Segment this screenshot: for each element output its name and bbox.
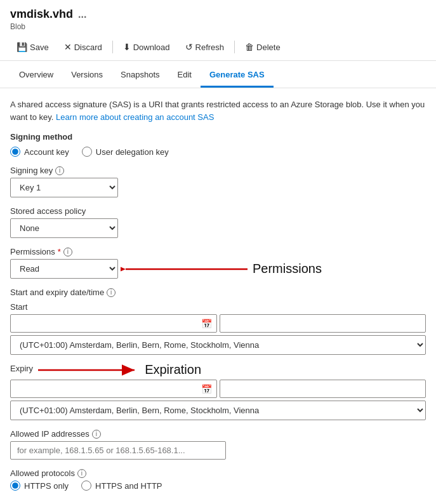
- allowed-ip-label: Allowed IP addresses i: [10, 429, 426, 439]
- learn-more-link[interactable]: Learn more about creating an account SAS: [56, 112, 214, 122]
- delete-button[interactable]: 🗑 Delete: [239, 39, 287, 55]
- discard-icon: ✕: [64, 42, 72, 52]
- permissions-arrow: [121, 262, 248, 277]
- page-title: vmdisk.vhd: [10, 8, 73, 21]
- allowed-ip-input[interactable]: [10, 441, 226, 460]
- start-calendar-icon[interactable]: 📅: [201, 319, 212, 329]
- sas-description: A shared access signature (SAS) is a URI…: [10, 98, 426, 123]
- permissions-required-star: *: [58, 247, 61, 256]
- page-subtitle: Blob: [10, 22, 426, 31]
- tab-bar: Overview Versions Snapshots Edit Generat…: [0, 63, 436, 88]
- https-only-label: HTTPS only: [24, 481, 69, 491]
- tab-overview[interactable]: Overview: [10, 63, 62, 88]
- expiry-timezone-select[interactable]: (UTC+01:00) Amsterdam, Berlin, Bern, Rom…: [10, 401, 426, 420]
- https-only-option[interactable]: HTTPS only: [10, 481, 69, 491]
- expiry-time-input[interactable]: 10:42:14 AM: [220, 380, 426, 398]
- tab-snapshots[interactable]: Snapshots: [112, 63, 168, 88]
- https-http-option[interactable]: HTTPS and HTTP: [81, 481, 162, 491]
- start-expiry-label: Start and expiry date/time i: [10, 288, 426, 297]
- signing-key-group: Signing key i Key 1 Key 2: [10, 166, 426, 197]
- https-http-label: HTTPS and HTTP: [95, 481, 162, 491]
- allowed-protocols-label: Allowed protocols i: [10, 468, 426, 478]
- allowed-protocols-info-icon: i: [77, 469, 86, 478]
- save-button[interactable]: 💾 Save: [10, 39, 55, 55]
- start-timezone-row: (UTC+01:00) Amsterdam, Berlin, Bern, Rom…: [10, 335, 426, 355]
- permissions-group: Permissions * i Read Write Delete List A…: [10, 247, 426, 279]
- permissions-select[interactable]: Read Write Delete List Add Create: [10, 259, 118, 279]
- start-time-wrap: 2:42:14 AM: [220, 314, 426, 333]
- start-date-wrap: 11/01/2023 📅: [10, 314, 217, 333]
- toolbar: 💾 Save ✕ Discard ⬇ Download ↺ Refresh 🗑 …: [0, 34, 436, 61]
- expiry-time-wrap: 10:42:14 AM: [220, 380, 426, 398]
- permissions-label: Permissions * i: [10, 247, 426, 256]
- download-icon: ⬇: [123, 42, 131, 52]
- expiry-date-wrap: 11/01/2023 📅: [10, 380, 217, 398]
- user-delegation-option[interactable]: User delegation key: [82, 147, 169, 157]
- protocols-radio-group: HTTPS only HTTPS and HTTP: [10, 481, 426, 491]
- refresh-button[interactable]: ↺ Refresh: [179, 39, 231, 55]
- expiry-datetime-row: 11/01/2023 📅 10:42:14 AM: [10, 380, 426, 398]
- delete-icon: 🗑: [245, 42, 254, 52]
- start-label: Start: [10, 302, 426, 312]
- stored-access-policy-group: Stored access policy None: [10, 206, 426, 238]
- main-content: A shared access signature (SAS) is a URI…: [0, 88, 436, 504]
- stored-access-policy-select[interactable]: None: [10, 218, 118, 238]
- expiry-arrow: [38, 364, 140, 376]
- https-only-radio[interactable]: [10, 481, 20, 491]
- tab-edit[interactable]: Edit: [169, 63, 201, 88]
- account-key-label: Account key: [24, 147, 69, 157]
- https-http-radio[interactable]: [81, 481, 91, 491]
- signing-method-radio-group: Account key User delegation key: [10, 147, 426, 157]
- expiry-date-input[interactable]: 11/01/2023: [10, 380, 217, 398]
- signing-method-label: Signing method: [10, 132, 426, 142]
- toolbar-divider-2: [234, 41, 235, 53]
- user-delegation-radio[interactable]: [82, 147, 92, 157]
- start-timezone-select[interactable]: (UTC+01:00) Amsterdam, Berlin, Bern, Rom…: [10, 335, 426, 355]
- account-key-option[interactable]: Account key: [10, 147, 69, 157]
- expiry-timezone-row: (UTC+01:00) Amsterdam, Berlin, Bern, Rom…: [10, 401, 426, 420]
- tab-generate-sas[interactable]: Generate SAS: [201, 63, 274, 88]
- signing-key-select[interactable]: Key 1 Key 2: [10, 178, 118, 197]
- start-datetime-row: 11/01/2023 📅 2:42:14 AM: [10, 314, 426, 333]
- expiry-annotation-text: Expiration: [145, 362, 201, 377]
- allowed-protocols-group: Allowed protocols i HTTPS only HTTPS and…: [10, 468, 426, 491]
- allowed-ip-info-icon: i: [92, 430, 101, 439]
- signing-method-group: Signing method Account key User delegati…: [10, 132, 426, 157]
- start-date-input[interactable]: 11/01/2023: [10, 314, 217, 333]
- ellipsis-menu[interactable]: ...: [78, 9, 86, 20]
- page-header: vmdisk.vhd ... Blob: [0, 0, 436, 34]
- allowed-ip-group: Allowed IP addresses i: [10, 429, 426, 460]
- signing-key-label: Signing key i: [10, 166, 426, 175]
- expiry-calendar-icon[interactable]: 📅: [201, 384, 212, 394]
- discard-button[interactable]: ✕ Discard: [58, 39, 109, 55]
- expiry-label: Expiry: [10, 364, 33, 373]
- permissions-info-icon: i: [63, 248, 72, 256]
- save-icon: 💾: [17, 42, 27, 52]
- download-button[interactable]: ⬇ Download: [117, 39, 176, 55]
- user-delegation-label: User delegation key: [96, 147, 169, 157]
- permissions-annotation-text: Permissions: [253, 262, 322, 276]
- start-expiry-info-icon: i: [107, 288, 116, 297]
- toolbar-divider: [112, 41, 113, 53]
- account-key-radio[interactable]: [10, 147, 20, 157]
- tab-versions[interactable]: Versions: [62, 63, 112, 88]
- refresh-icon: ↺: [185, 42, 193, 52]
- start-expiry-section: Start and expiry date/time i Start 11/01…: [10, 288, 426, 420]
- stored-access-policy-label: Stored access policy: [10, 206, 426, 216]
- signing-key-info-icon: i: [55, 166, 64, 175]
- start-time-input[interactable]: 2:42:14 AM: [220, 314, 426, 333]
